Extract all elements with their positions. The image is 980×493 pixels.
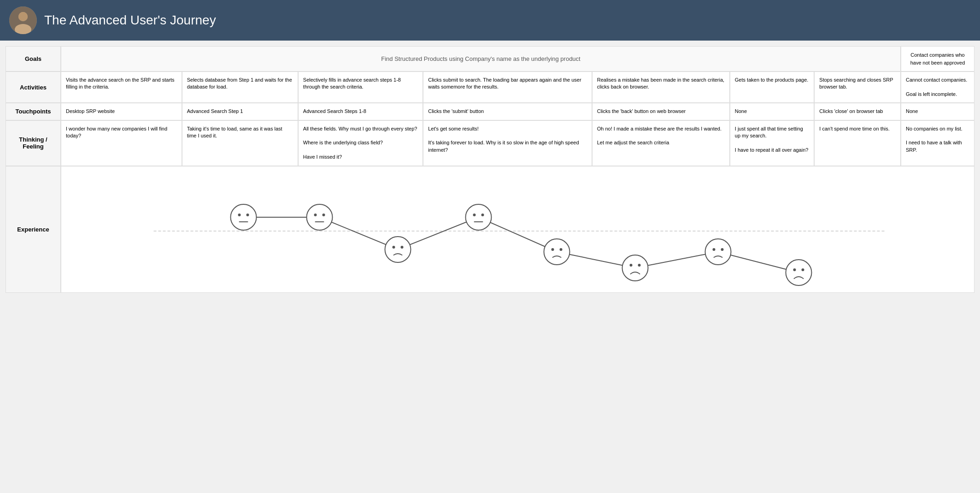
emotion-6 [622,255,648,281]
goals-last-cell: Contact companies who have not been appr… [901,46,974,71]
emotion-5 [544,239,570,265]
svg-point-27 [721,248,724,251]
svg-point-13 [393,246,395,249]
svg-point-12 [385,237,411,262]
page-title: The Advanced User's Journey [44,13,216,28]
thinking-cell-4: Let's get some results! It's taking fore… [423,120,592,166]
thinking-cell-6: I just spent all that time setting up my… [730,120,814,166]
thinking-cell-2: Taking it's time to load, same as it was… [182,120,298,166]
svg-point-29 [793,268,796,271]
activities-row: Activities Visits the advance search on … [6,71,974,103]
emotion-2 [307,204,333,230]
experience-chart-svg [61,166,974,291]
svg-point-14 [401,246,404,249]
svg-point-15 [466,204,492,230]
touchpoint-cell-2: Advanced Search Step 1 [182,103,298,120]
activity-cell-2: Selects database from Step 1 and waits f… [182,71,298,103]
thinking-label: Thinking / Feeling [6,120,61,166]
svg-point-25 [705,239,731,265]
svg-point-28 [786,260,812,285]
goals-label: Goals [6,46,61,71]
experience-row: Experience [6,166,974,293]
activities-label: Activities [6,71,61,103]
touchpoint-cell-1: Desktop SRP website [61,103,182,120]
svg-point-16 [473,214,476,216]
svg-point-23 [630,264,633,267]
emotion-8 [786,260,812,285]
svg-point-3 [18,12,28,21]
svg-point-19 [544,239,570,265]
svg-point-9 [314,214,317,216]
svg-point-5 [238,214,241,216]
goals-row: Goals Find Structured Products using Com… [6,46,974,71]
goals-main-cell: Find Structured Products using Company's… [61,46,901,71]
svg-point-17 [481,214,484,216]
avatar [9,6,37,34]
activity-cell-1: Visits the advance search on the SRP and… [61,71,182,103]
svg-point-26 [713,248,716,251]
touchpoint-cell-8: None [901,103,974,120]
activity-cell-3: Selectively fills in advance search step… [298,71,423,103]
thinking-cell-5: Oh no! I made a mistake these are the re… [592,120,730,166]
emotion-7 [705,239,731,265]
activity-cell-7: Stops searching and closes SRP browser t… [814,71,901,103]
thinking-row: Thinking / Feeling I wonder how many new… [6,120,974,166]
main-content: Goals Find Structured Products using Com… [0,41,980,298]
touchpoint-cell-3: Advanced Search Steps 1-8 [298,103,423,120]
header: The Advanced User's Journey [0,0,980,41]
svg-point-30 [802,268,804,271]
journey-table: Goals Find Structured Products using Com… [6,46,974,293]
thinking-cell-7: I can't spend more time on this. [814,120,901,166]
thinking-cell-3: All these fields. Why must I go through … [298,120,423,166]
activity-cell-4: Clicks submit to search. The loading bar… [423,71,592,103]
svg-point-22 [622,255,648,281]
thinking-cell-1: I wonder how many new companies I will f… [61,120,182,166]
emotion-4 [466,204,492,230]
touchpoint-cell-7: Clicks 'close' on browser tab [814,103,901,120]
svg-point-10 [323,214,325,216]
svg-point-4 [231,204,257,230]
thinking-cell-8: No companies on my list. I need to have … [901,120,974,166]
touchpoint-cell-5: Clicks the 'back' button on web browser [592,103,730,120]
activity-cell-5: Realises a mistake has been made in the … [592,71,730,103]
experience-label: Experience [6,166,61,293]
svg-point-6 [246,214,249,216]
emotion-1 [231,204,257,230]
experience-chart [61,166,974,293]
emotion-3 [385,237,411,262]
touchpoints-row: Touchpoints Desktop SRP website Advanced… [6,103,974,120]
svg-point-8 [307,204,333,230]
svg-point-20 [552,248,554,251]
touchpoints-label: Touchpoints [6,103,61,120]
svg-point-21 [560,248,563,251]
touchpoint-cell-6: None [730,103,814,120]
activity-cell-6: Gets taken to the products page. [730,71,814,103]
svg-point-24 [638,264,641,267]
touchpoint-cell-4: Clicks the 'submit' button [423,103,592,120]
activity-cell-8: Cannot contact companies. Goal is left i… [901,71,974,103]
